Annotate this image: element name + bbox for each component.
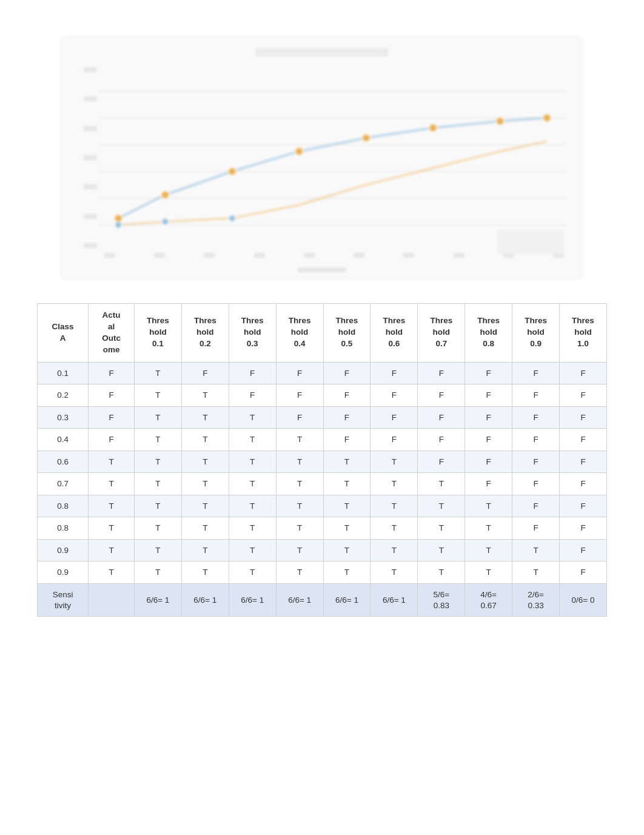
table-cell: F <box>181 362 229 384</box>
table-cell: F <box>418 451 465 473</box>
table-cell: 0.8 <box>38 517 89 540</box>
table-cell: F <box>276 406 323 429</box>
table-cell: F <box>89 406 135 429</box>
table-cell: T <box>229 539 276 562</box>
sensitivity-value: 6/6= 1 <box>134 584 181 617</box>
table-cell: T <box>229 429 276 451</box>
table-row: 0.9TTTTTTTTTTF <box>38 539 607 562</box>
table-cell: T <box>134 495 181 517</box>
col-header-t05: Threshold0.5 <box>323 304 371 363</box>
svg-point-8 <box>228 167 236 175</box>
table-cell: T <box>371 539 418 562</box>
col-header-t03: Threshold0.3 <box>229 304 276 363</box>
table-cell: T <box>134 517 181 540</box>
table-cell: F <box>323 384 371 407</box>
col-header-t06: Threshold0.6 <box>371 304 418 363</box>
table-cell: T <box>89 517 135 540</box>
table-cell: T <box>134 429 181 451</box>
table-cell: T <box>229 406 276 429</box>
table-cell: 0.4 <box>38 429 89 451</box>
table-cell: F <box>512 406 560 429</box>
table-cell: F <box>229 384 276 407</box>
table-cell: F <box>560 384 607 407</box>
table-cell: T <box>418 517 465 540</box>
table-cell: T <box>229 562 276 584</box>
table-cell: T <box>276 562 323 584</box>
table-cell: T <box>181 473 229 495</box>
table-cell: T <box>276 429 323 451</box>
table-cell: 0.2 <box>38 384 89 407</box>
table-header-row: ClassA ActualOutcome Threshold0.1 Thresh… <box>38 304 607 363</box>
table-cell: T <box>418 562 465 584</box>
table-cell: F <box>560 517 607 540</box>
table-cell: T <box>512 562 560 584</box>
table-cell: F <box>560 451 607 473</box>
col-header-t02: Threshold0.2 <box>181 304 229 363</box>
table-row: 0.3FTTTFFFFFFF <box>38 406 607 429</box>
table-cell: F <box>276 362 323 384</box>
table-cell: T <box>89 495 135 517</box>
sensitivity-value: 5/6=0.83 <box>418 584 465 617</box>
chart-svg <box>98 64 567 252</box>
table-cell: T <box>465 539 512 562</box>
table-cell: F <box>512 473 560 495</box>
table-cell: 0.8 <box>38 495 89 517</box>
table-cell: F <box>465 429 512 451</box>
svg-point-15 <box>162 218 169 225</box>
table-row: 0.4FTTTTFFFFFF <box>38 429 607 451</box>
table-cell: T <box>181 429 229 451</box>
table-cell: F <box>560 473 607 495</box>
table-cell: T <box>134 562 181 584</box>
table-cell: F <box>560 406 607 429</box>
table-cell: 0.9 <box>38 562 89 584</box>
table-cell: T <box>465 562 512 584</box>
table-cell: T <box>371 451 418 473</box>
svg-point-10 <box>362 134 370 142</box>
col-header-t09: Threshold0.9 <box>512 304 560 363</box>
col-header-class: ClassA <box>38 304 89 363</box>
table-row: 0.6TTTTTTTFFFF <box>38 451 607 473</box>
table-cell: F <box>560 429 607 451</box>
table-cell: F <box>512 451 560 473</box>
table-cell: F <box>418 429 465 451</box>
table-cell: T <box>323 517 371 540</box>
table-cell: T <box>89 473 135 495</box>
table-row: 0.2FTTFFFFFFFF <box>38 384 607 407</box>
table-cell: F <box>89 429 135 451</box>
table-cell: F <box>465 451 512 473</box>
table-cell: F <box>560 562 607 584</box>
sensitivity-value <box>89 584 135 617</box>
svg-point-11 <box>429 124 437 132</box>
col-header-t10: Threshold1.0 <box>560 304 607 363</box>
table-cell: T <box>181 517 229 540</box>
table-cell: F <box>560 495 607 517</box>
table-cell: 0.6 <box>38 451 89 473</box>
table-cell: T <box>229 495 276 517</box>
table-cell: T <box>181 406 229 429</box>
table-cell: T <box>134 384 181 407</box>
table-row: 0.1FTFFFFFFFFF <box>38 362 607 384</box>
table-cell: T <box>276 495 323 517</box>
table-cell: T <box>229 451 276 473</box>
table-cell: T <box>181 539 229 562</box>
table-cell: T <box>276 517 323 540</box>
table-cell: T <box>323 539 371 562</box>
table-cell: F <box>465 362 512 384</box>
svg-point-7 <box>161 191 169 199</box>
svg-point-12 <box>496 117 504 125</box>
table-cell: T <box>134 473 181 495</box>
table-cell: T <box>134 451 181 473</box>
table-row: 0.7TTTTTTTTFFF <box>38 473 607 495</box>
table-cell: 0.3 <box>38 406 89 429</box>
table-cell: F <box>89 362 135 384</box>
svg-point-9 <box>295 147 303 155</box>
col-header-t01: Threshold0.1 <box>134 304 181 363</box>
table-cell: T <box>418 473 465 495</box>
table-cell: T <box>89 451 135 473</box>
table-cell: F <box>560 539 607 562</box>
table-cell: T <box>323 473 371 495</box>
col-header-t08: Threshold0.8 <box>465 304 512 363</box>
sensitivity-value: 2/6=0.33 <box>512 584 560 617</box>
table-cell: F <box>418 362 465 384</box>
svg-point-14 <box>115 221 122 228</box>
